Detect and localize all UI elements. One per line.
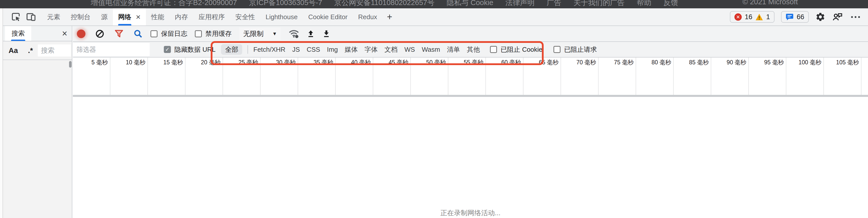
filter-type-其他[interactable]: 其他: [467, 45, 480, 54]
search-tab-label: 搜索: [11, 29, 25, 38]
feedback-icon[interactable]: [832, 12, 843, 22]
network-panel: 保留日志 禁用缓存 无限制 ▼: [73, 26, 868, 218]
ruler-tick-label: 85 毫秒: [689, 58, 709, 66]
search-drawer-tabrow: 搜索 ×: [3, 26, 72, 42]
footer-link[interactable]: 广告: [547, 0, 561, 8]
warning-count: 1: [766, 13, 770, 21]
timeline-ruler: 5 毫秒10 毫秒15 毫秒20 毫秒25 毫秒30 毫秒35 毫秒40 毫秒4…: [73, 57, 868, 95]
search-icon[interactable]: [133, 29, 143, 38]
tab-安全性[interactable]: 安全性: [230, 8, 260, 26]
warning-icon: [755, 13, 763, 21]
clear-icon[interactable]: [95, 29, 104, 38]
ruler-segment: 100 毫秒: [786, 57, 824, 95]
panel-splitter[interactable]: [73, 95, 868, 97]
ruler-tick-label: 100 毫秒: [799, 58, 822, 66]
tab-Redux[interactable]: Redux: [353, 8, 382, 26]
network-conditions-icon[interactable]: [288, 29, 300, 39]
preserve-log-checkbox[interactable]: [151, 30, 157, 37]
footer-link[interactable]: 隐私与 Cookie: [446, 0, 493, 8]
ruler-segment: 90 毫秒: [711, 57, 749, 95]
inspect-element-icon[interactable]: [10, 11, 21, 22]
ruler-segment: 55 毫秒: [448, 57, 486, 95]
filter-input[interactable]: [73, 43, 150, 56]
tab-Cookie Editor[interactable]: Cookie Editor: [303, 8, 353, 26]
footer-link[interactable]: 关于我们的广告: [574, 0, 624, 8]
filter-type-Img[interactable]: Img: [327, 46, 338, 54]
tab-源[interactable]: 源: [96, 8, 113, 26]
filter-type-字体[interactable]: 字体: [365, 45, 378, 54]
filter-type-CSS[interactable]: CSS: [307, 46, 320, 54]
tab-元素[interactable]: 元素: [42, 8, 65, 26]
filter-type-清单[interactable]: 清单: [447, 45, 460, 54]
ruler-segment: 25 毫秒: [223, 57, 260, 95]
footer-link[interactable]: 反馈: [663, 0, 678, 8]
blocked-cookies-group[interactable]: 已阻止 Cookie: [490, 45, 542, 54]
filter-type-文档[interactable]: 文档: [384, 45, 398, 54]
search-input[interactable]: [38, 45, 71, 56]
blocked-cookies-checkbox[interactable]: [490, 46, 497, 53]
ruler-tick-label: 40 毫秒: [351, 58, 371, 66]
tab-性能[interactable]: 性能: [146, 8, 169, 26]
scrollbar-thumb[interactable]: [69, 61, 71, 67]
ruler-tick-label: 25 毫秒: [239, 58, 258, 66]
filter-type-WS[interactable]: WS: [404, 46, 415, 54]
ruler-segment: 20 毫秒: [186, 57, 223, 95]
ruler-segment: 80 毫秒: [636, 57, 674, 95]
ruler-tick-label: 60 毫秒: [501, 58, 521, 66]
hide-data-urls-group[interactable]: ✓ 隐藏数据 URL: [164, 45, 216, 54]
export-har-icon[interactable]: [322, 29, 331, 38]
tab-内存[interactable]: 内存: [169, 8, 193, 26]
disable-cache-group[interactable]: 禁用缓存: [195, 29, 231, 38]
blocked-requests-group[interactable]: 已阻止请求: [554, 45, 597, 54]
error-count: 16: [745, 13, 752, 21]
filter-type-JS[interactable]: JS: [292, 46, 300, 54]
preserve-log-group[interactable]: 保留日志: [151, 29, 187, 38]
device-toolbar-icon[interactable]: [26, 11, 36, 22]
tab-网络[interactable]: 网络×: [113, 8, 146, 26]
filter-type-Fetch/XHR[interactable]: Fetch/XHR: [253, 46, 285, 54]
console-messages-badge[interactable]: 66: [781, 11, 809, 23]
record-button[interactable]: [77, 29, 86, 38]
message-icon: [785, 13, 794, 21]
settings-gear-icon[interactable]: [815, 12, 826, 22]
footer-link[interactable]: 帮助: [637, 0, 651, 8]
console-errors-warnings-badge[interactable]: ✕ 16 1: [730, 11, 775, 23]
tab-search[interactable]: 搜索: [5, 26, 31, 41]
ruler-tick-label: 45 毫秒: [389, 58, 408, 66]
search-results-area: [3, 60, 72, 218]
tab-应用程序[interactable]: 应用程序: [193, 8, 230, 26]
filter-type-全部[interactable]: 全部: [221, 44, 242, 55]
tab-Lighthouse[interactable]: Lighthouse: [260, 8, 303, 26]
import-har-icon[interactable]: [306, 29, 315, 38]
more-options-menu[interactable]: [849, 16, 862, 18]
ruler-tick-label: 75 毫秒: [614, 58, 633, 66]
blocked-requests-checkbox[interactable]: [554, 46, 560, 53]
filter-icon[interactable]: [114, 29, 124, 38]
devtools-window: 元素控制台源网络×性能内存应用程序安全性LighthouseCookie Edi…: [0, 8, 868, 218]
ruler-segment: 5 毫秒: [73, 57, 111, 95]
footer-link[interactable]: 法律声明: [505, 0, 534, 8]
ruler-tick-label: 35 毫秒: [313, 58, 333, 66]
ruler-tick-label: 5 毫秒: [92, 58, 108, 66]
tab-控制台[interactable]: 控制台: [65, 8, 96, 26]
hide-data-urls-checkbox[interactable]: ✓: [164, 46, 171, 53]
filter-type-媒体[interactable]: 媒体: [345, 45, 358, 54]
more-tabs-button[interactable]: +: [382, 8, 397, 26]
footer-link[interactable]: 京ICP备10036305号-7: [249, 0, 322, 8]
match-case-button[interactable]: Aa: [8, 47, 18, 55]
throttling-select[interactable]: 无限制 ▼: [239, 27, 280, 40]
disable-cache-checkbox[interactable]: [195, 30, 202, 37]
footer-link[interactable]: 京公网安备11010802022657号: [334, 0, 434, 8]
ruler-segment: 65 毫秒: [524, 57, 561, 95]
footer-link[interactable]: 增值电信业务经营许可证：合字B2-20090007: [91, 0, 237, 8]
regex-button[interactable]: .*: [28, 47, 33, 55]
ruler-tick-label: 20 毫秒: [201, 58, 220, 66]
close-tab-icon[interactable]: ×: [136, 13, 141, 21]
ruler-segment: 75 毫秒: [598, 57, 636, 95]
throttling-value: 无限制: [243, 29, 264, 38]
ruler-segment: 60 毫秒: [486, 57, 524, 95]
filter-type-Wasm[interactable]: Wasm: [422, 46, 440, 54]
ruler-tick-label: 50 毫秒: [426, 58, 446, 66]
close-drawer-icon[interactable]: ×: [62, 26, 67, 41]
error-icon: ✕: [735, 13, 742, 21]
